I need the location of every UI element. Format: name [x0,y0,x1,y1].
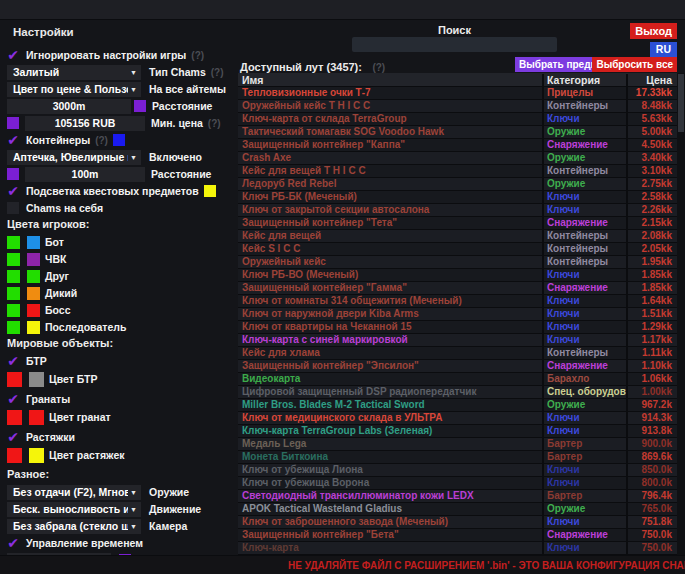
check-color-swatch[interactable] [204,185,216,197]
checkbox[interactable] [7,202,19,214]
search-input[interactable] [352,37,557,52]
loot-count-title: Доступный лут (3457): [240,61,362,73]
item-category: Ключи [542,477,626,489]
table-row[interactable]: Ключ от закрытой секции автосалонаКлючи2… [238,204,677,217]
table-row[interactable]: Кейс для вещей T H I C CКонтейнеры3.10kk [238,165,677,178]
color-swatch-secondary[interactable] [27,321,40,334]
table-scrollbar[interactable] [677,73,685,555]
item-price: 2.26kk [626,204,677,216]
loot-hint: (?) [372,62,385,73]
exit-button[interactable]: Выход [630,23,677,39]
column-header-category[interactable]: Категория [542,74,626,86]
language-button[interactable]: RU [650,42,677,57]
dropdown[interactable]: Без отдачи (F2), Мгновенное п▼ [7,485,141,500]
color-swatch-secondary[interactable] [27,304,40,317]
column-header-price[interactable]: Цена [626,74,677,86]
table-row[interactable]: Цифровой защищенный DSP радиопередатчикС… [238,386,677,399]
table-row[interactable]: Защищенный контейнер "Бета"Снаряжение750… [238,529,677,542]
item-name: Оружейный кейс [238,256,542,268]
table-row[interactable]: Crash AxeОружие3.40kk [238,152,677,165]
input-color-swatch[interactable] [7,168,19,180]
dropdown[interactable]: Без забрала (стекло шлема)▼ [7,519,141,534]
item-category: Ключи [542,191,626,203]
item-name: APOK Tactical Wasteland Gladius [238,503,542,515]
input-color-swatch[interactable] [134,100,146,112]
table-row[interactable]: Кейс для хламаКонтейнеры1.11kk [238,347,677,360]
table-row[interactable]: Ледоруб Red RebelОружие2.75kk [238,178,677,191]
item-price: 1.85kk [626,269,677,281]
item-name: Защищенный контейнер "Каппа" [238,139,542,151]
table-row[interactable]: Ключ-карта от склада TerraGroupКлючи5.63… [238,113,677,126]
table-row[interactable]: Ключ-карта TerraGroup Labs (Зеленая)Ключ… [238,425,677,438]
table-row[interactable]: Защищенный контейнер "Эпсилон"Снаряжение… [238,360,677,373]
color-swatch-primary[interactable] [7,253,20,266]
table-row[interactable]: Ключ от заброшенного завода (Меченый)Клю… [238,516,677,529]
value-input[interactable]: 3000m [7,99,131,114]
table-row[interactable]: Медаль LegaБартер900.0k [238,438,677,451]
table-row[interactable]: Светодиодный трансиллюминатор кожи LEDXБ… [238,490,677,503]
color-swatch-primary[interactable] [7,236,20,249]
sidebar-row-check: ✔Управление временем [7,536,234,550]
value-input[interactable]: 100m [25,167,145,182]
table-row[interactable]: Ключ РБ-БК (Меченый)Ключи2.58kk [238,191,677,204]
item-category: Барахло [542,373,626,385]
checkbox[interactable]: ✔ [7,537,19,549]
table-row[interactable]: Ключ от квартиры на Чеканной 15Ключи1.29… [238,321,677,334]
discard-all-button[interactable]: Выбросить все [592,57,677,72]
dropdown[interactable]: Беск. выносливость и нет уста▼ [7,502,141,517]
color-label: Бот [45,236,64,248]
color-swatch-primary[interactable] [7,372,22,387]
color-swatch-primary[interactable] [7,448,22,463]
table-row[interactable]: Тактический томагавк SOG Voodoo HawkОруж… [238,126,677,139]
table-row[interactable]: Защищенный контейнер "Каппа"Снаряжение4.… [238,139,677,152]
color-swatch-secondary[interactable] [29,372,44,387]
color-swatch-secondary[interactable] [29,410,44,425]
table-row[interactable]: Защищенный контейнер "Тета"Снаряжение2.1… [238,217,677,230]
checkbox[interactable]: ✔ [7,49,19,61]
dropdown[interactable]: Цвет по цене & Пользователь▼ [7,82,141,97]
table-row[interactable]: Ключ-картаКлючи750.0k [238,542,677,555]
checkbox[interactable]: ✔ [7,355,19,367]
input-color-swatch[interactable] [7,117,19,129]
table-row[interactable]: Кейс S I C CКонтейнеры2.05kk [238,243,677,256]
check-color-swatch[interactable] [113,134,125,146]
table-row[interactable]: Ключ от медицинского склада в УЛЬТРАКлюч… [238,412,677,425]
color-swatch-primary[interactable] [7,321,20,334]
table-row[interactable]: Тепловизионные очки Т-7Прицелы17.33kk [238,87,677,100]
scrollbar-thumb[interactable] [678,74,684,132]
setting-label: Расстояние [151,168,211,180]
color-swatch-primary[interactable] [7,410,22,425]
checkbox[interactable]: ✔ [7,134,19,146]
table-row[interactable]: Оружейный кейс T H I C CКонтейнеры8.48kk [238,100,677,113]
table-row[interactable]: Ключ РБ-ВО (Меченый)Ключи1.85kk [238,269,677,282]
table-row[interactable]: Монета БиткоинаБартер869.6k [238,451,677,464]
dropdown[interactable]: Залитый▼ [7,65,141,80]
value-input[interactable]: 105156 RUB [25,116,145,131]
table-row[interactable]: APOK Tactical Wasteland GladiusОружие765… [238,503,677,516]
table-row[interactable]: Ключ от убежища ВоронаКлючи800.0k [238,477,677,490]
table-row[interactable]: Защищенный контейнер "Гамма"Снаряжение1.… [238,282,677,295]
table-row[interactable]: Ключ от наружной двери Kiba ArmsКлючи1.5… [238,308,677,321]
color-swatch-secondary[interactable] [27,287,40,300]
color-swatch-primary[interactable] [7,304,20,317]
color-swatch-primary[interactable] [7,270,20,283]
checkbox[interactable]: ✔ [7,393,19,405]
checkbox[interactable]: ✔ [7,185,19,197]
color-swatch-secondary[interactable] [27,253,40,266]
column-header-name[interactable]: Имя [238,74,542,86]
color-swatch-secondary[interactable] [29,448,44,463]
checkbox[interactable]: ✔ [7,431,19,443]
table-row[interactable]: ВидеокартаБарахло1.06kk [238,373,677,386]
table-row[interactable]: Ключ от убежища ЛионаКлючи850.0k [238,464,677,477]
color-swatch-secondary[interactable] [27,236,40,249]
table-row[interactable]: Ключ-карта с синей маркировкойКлючи1.17k… [238,334,677,347]
table-row[interactable]: Кейс для вещейКонтейнеры2.08kk [238,230,677,243]
item-name: Защищенный контейнер "Эпсилон" [238,360,542,372]
sidebar-row-pair: Дикий [7,286,234,300]
table-row[interactable]: Miller Bros. Blades M-2 Tactical SwordОр… [238,399,677,412]
color-swatch-secondary[interactable] [27,270,40,283]
dropdown[interactable]: Аптечка, Ювелирные и...▼ [7,150,141,165]
color-swatch-primary[interactable] [7,287,20,300]
table-row[interactable]: Ключ от комнаты 314 общежития (Меченый)К… [238,295,677,308]
table-row[interactable]: Оружейный кейсКонтейнеры1.95kk [238,256,677,269]
